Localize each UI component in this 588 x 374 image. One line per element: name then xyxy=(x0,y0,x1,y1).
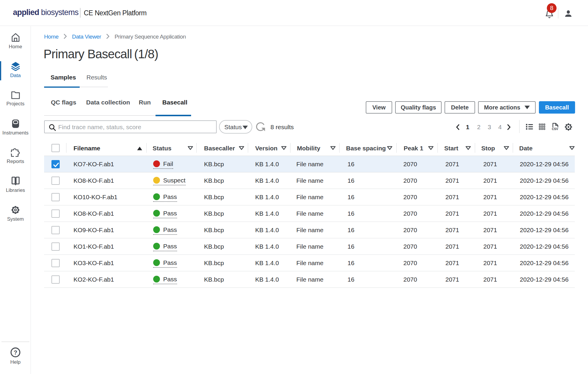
svg-text:?: ? xyxy=(14,349,17,356)
svg-text:CSV: CSV xyxy=(552,127,558,130)
